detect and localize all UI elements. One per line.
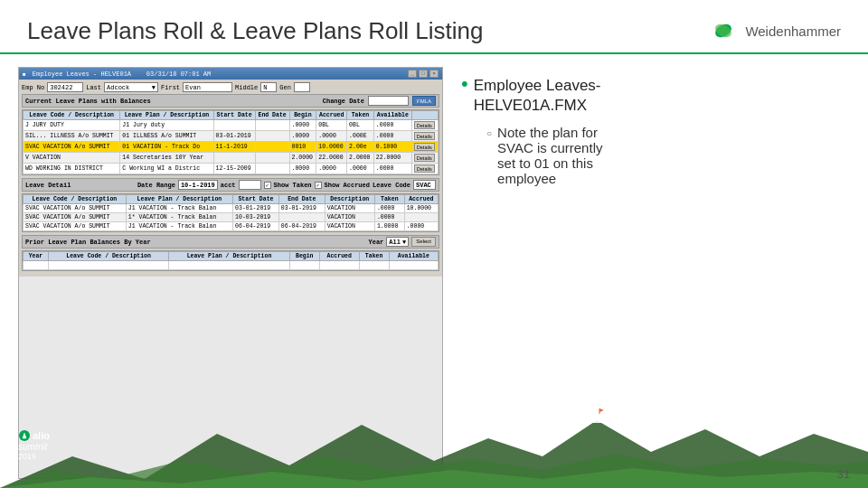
footer-logo: alio summit 2019 xyxy=(18,429,50,461)
info-panel: • Employee Leaves-HELVE01A.FMX ○ Note th… xyxy=(461,67,850,479)
col-action xyxy=(411,111,438,120)
acct-label: acct xyxy=(221,182,236,189)
table-row: SVAC VACATION A/o SUMMITJ1 VACATION - Tr… xyxy=(24,204,439,213)
page-number: 31 xyxy=(837,467,850,481)
table-row: SVAC VACATION A/o SUMMIT1* VACATION - Tr… xyxy=(24,213,439,222)
leave-detail-table: Leave Code / Description Leave Plan / De… xyxy=(23,194,439,231)
prior-col-year: Year xyxy=(24,252,49,261)
detail-col-plan: Leave Plan / Description xyxy=(126,195,232,204)
table-row: WD WORKING IN DISTRICTC Working WI a Dis… xyxy=(24,164,439,174)
sub-bullet-1: ○ Note the plan forSVAC is currentlyset … xyxy=(486,125,850,186)
section3-table-container: Year Leave Code / Description Leave Plan… xyxy=(22,250,439,271)
page-title: Leave Plans Roll & Leave Plans Roll List… xyxy=(27,17,483,45)
detail-col-end: End Date xyxy=(278,195,325,204)
detail-col-code: Leave Code / Description xyxy=(24,195,127,204)
show-taken-label: Show Taken xyxy=(274,182,312,189)
prior-col-code: Leave Code / Description xyxy=(48,252,168,261)
sub-bullet-text: Note the plan forSVAC is currentlyset to… xyxy=(497,125,602,186)
main-bullet-text: Employee Leaves-HELVE01A.FMX xyxy=(474,76,601,116)
show-taken-checkbox[interactable]: ✓ xyxy=(264,182,271,189)
svg-point-1 xyxy=(713,22,734,41)
emp-no-label: Emp No xyxy=(22,84,44,91)
prior-col-begin: Begin xyxy=(289,252,319,261)
gen-field[interactable] xyxy=(294,82,310,92)
mockup-titlebar: ■ Employee Leaves - HELVE01A 03/31/18 07… xyxy=(19,68,442,80)
table-row: J JURY DUTYJ1 Jury duty.00000BL0BL.0000D… xyxy=(24,120,439,131)
col-available: Available xyxy=(373,111,411,120)
sub-bullet-dot: ○ xyxy=(486,128,492,138)
col-code: Leave Code / Description xyxy=(24,111,120,120)
alio-text: alio xyxy=(33,430,50,441)
middle-field[interactable]: N xyxy=(260,82,277,92)
col-accrued: Accrued xyxy=(316,111,347,120)
details-button[interactable]: Details xyxy=(414,132,435,140)
last-dropdown[interactable]: Adcock ▼ xyxy=(104,82,158,92)
year-label: 2019 xyxy=(18,452,36,461)
acct-field[interactable] xyxy=(239,180,261,190)
fmla-button[interactable]: FMLA xyxy=(412,96,436,106)
prior-balances-table: Year Leave Code / Description Leave Plan… xyxy=(23,251,439,270)
select-button[interactable]: Select xyxy=(411,237,436,247)
year-dropdown[interactable]: All ▼ xyxy=(386,237,409,247)
col-taken: Taken xyxy=(347,111,374,120)
first-field[interactable]: Evan xyxy=(183,82,232,92)
maximize-btn[interactable]: □ xyxy=(419,70,428,78)
section2-table-container: Leave Code / Description Leave Plan / De… xyxy=(22,193,439,232)
mockup-body: Emp No 302422 Last Adcock ▼ First Evan M… xyxy=(19,80,442,277)
change-date-field[interactable] xyxy=(368,96,409,106)
detail-col-desc: Description xyxy=(325,195,374,204)
emp-no-field[interactable]: 302422 xyxy=(47,82,83,92)
year-label: Year xyxy=(369,239,384,246)
prior-col-plan: Leave Plan / Description xyxy=(169,252,289,261)
leave-plans-table: Leave Code / Description Leave Plan / De… xyxy=(23,110,439,174)
last-label: Last xyxy=(86,84,101,91)
col-begin: Begin xyxy=(289,111,316,120)
summit-label: summit xyxy=(18,442,47,452)
main-content: ■ Employee Leaves - HELVE01A 03/31/18 07… xyxy=(0,54,868,479)
show-accrued-label: Show Accrued xyxy=(325,182,370,189)
table-row: SVAC VACATION A/o SUMMITJ1 VACATION - Tr… xyxy=(24,222,439,231)
screen-mockup: ■ Employee Leaves - HELVE01A 03/31/18 07… xyxy=(18,67,443,479)
minimize-btn[interactable]: _ xyxy=(408,70,417,78)
table-row: V VACATION14 Secretaries 10Y Year2.00002… xyxy=(24,153,439,164)
table-row: SIL... ILLNESS A/o SUMMIT01 ILLNESS A/o … xyxy=(24,131,439,142)
table-row xyxy=(24,261,439,270)
leave-code-field[interactable]: SVAC xyxy=(413,180,436,190)
leave-code-label: Leave Code xyxy=(373,182,410,189)
prior-col-taken: Taken xyxy=(359,252,389,261)
employee-row: Emp No 302422 Last Adcock ▼ First Evan M… xyxy=(22,82,439,92)
section1-table-container: Leave Code / Description Leave Plan / De… xyxy=(22,109,439,175)
section2-title: Leave Detail Date Range 10-1-2019 acct ✓… xyxy=(22,178,439,192)
gen-label: Gen xyxy=(279,84,291,91)
header: Leave Plans Roll & Leave Plans Roll List… xyxy=(0,0,868,54)
logo-icon xyxy=(709,16,738,45)
details-button[interactable]: Details xyxy=(414,121,435,129)
change-date-label: Change Date xyxy=(323,98,364,105)
show-accrued-checkbox[interactable]: ✓ xyxy=(315,182,322,189)
logo-text: Weidenhammer xyxy=(745,23,841,39)
section1-title: Current Leave Plans with Balances Change… xyxy=(22,94,439,108)
bullet-dot: • xyxy=(461,74,468,94)
date-range-label: Date Range xyxy=(137,182,175,189)
table-row: SVAC VACATION A/o SUMMIT01 VACATION - Tr… xyxy=(24,142,439,153)
sub-bullets-list: ○ Note the plan forSVAC is currentlyset … xyxy=(486,125,850,186)
detail-col-taken: Taken xyxy=(374,195,404,204)
date-range-field[interactable]: 10-1-2019 xyxy=(178,180,218,190)
alio-icon xyxy=(18,429,31,442)
middle-label: Middle xyxy=(235,84,258,91)
main-bullet: • Employee Leaves-HELVE01A.FMX xyxy=(461,76,850,116)
window-controls: _ □ × xyxy=(408,70,439,78)
close-btn[interactable]: × xyxy=(429,70,439,78)
col-end: End Date xyxy=(255,111,289,120)
details-button[interactable]: Details xyxy=(414,143,435,151)
details-button[interactable]: Details xyxy=(414,154,435,162)
detail-col-start: Start Date xyxy=(233,195,279,204)
col-plan: Leave Plan / Description xyxy=(120,111,213,120)
mockup-title: ■ Employee Leaves - HELVE01A 03/31/18 07… xyxy=(23,70,211,78)
col-start: Start Date xyxy=(213,111,255,120)
prior-col-accrued: Accrued xyxy=(319,252,359,261)
section3-title: Prior Leave Plan Balances By Year Year A… xyxy=(22,235,439,249)
details-button[interactable]: Details xyxy=(414,164,435,173)
first-label: First xyxy=(161,84,180,91)
logo: Weidenhammer xyxy=(709,16,841,45)
